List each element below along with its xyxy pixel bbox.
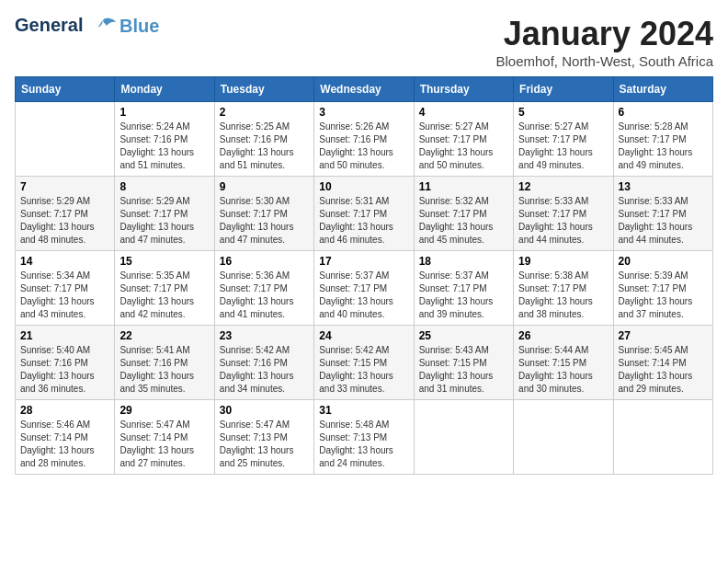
- calendar-header-sunday: Sunday: [16, 77, 115, 102]
- day-number: 2: [220, 106, 309, 119]
- calendar-cell: 8 Sunrise: 5:29 AM Sunset: 7:17 PM Dayli…: [115, 177, 214, 251]
- calendar-header-tuesday: Tuesday: [214, 77, 313, 102]
- day-detail: Sunrise: 5:37 AM Sunset: 7:17 PM Dayligh…: [319, 270, 408, 321]
- calendar-cell: [414, 400, 513, 475]
- day-detail: Sunrise: 5:35 AM Sunset: 7:17 PM Dayligh…: [119, 270, 209, 321]
- day-number: 1: [119, 106, 209, 119]
- day-number: 5: [518, 106, 608, 119]
- day-number: 26: [518, 329, 608, 342]
- calendar-week-row: 14 Sunrise: 5:34 AM Sunset: 7:17 PM Dayl…: [16, 251, 713, 326]
- calendar-cell: 20 Sunrise: 5:39 AM Sunset: 7:17 PM Dayl…: [613, 251, 712, 326]
- day-number: 28: [20, 404, 109, 417]
- day-number: 11: [419, 180, 508, 193]
- day-detail: Sunrise: 5:26 AM Sunset: 7:16 PM Dayligh…: [319, 121, 408, 172]
- calendar-week-row: 28 Sunrise: 5:46 AM Sunset: 7:14 PM Dayl…: [16, 400, 713, 475]
- day-number: 14: [20, 255, 109, 268]
- calendar-cell: 26 Sunrise: 5:44 AM Sunset: 7:15 PM Dayl…: [514, 326, 613, 400]
- title-area: January 2024 Bloemhof, North-West, South…: [496, 15, 714, 69]
- day-number: 7: [20, 180, 109, 193]
- calendar-header-monday: Monday: [115, 77, 214, 102]
- calendar-header-wednesday: Wednesday: [314, 77, 414, 102]
- calendar-cell: 19 Sunrise: 5:38 AM Sunset: 7:17 PM Dayl…: [514, 251, 613, 326]
- calendar-cell: 27 Sunrise: 5:45 AM Sunset: 7:14 PM Dayl…: [613, 326, 712, 400]
- day-number: 30: [220, 404, 309, 417]
- calendar-cell: 16 Sunrise: 5:36 AM Sunset: 7:17 PM Dayl…: [214, 251, 313, 326]
- day-number: 19: [518, 255, 608, 268]
- day-detail: Sunrise: 5:37 AM Sunset: 7:17 PM Dayligh…: [419, 270, 508, 321]
- day-detail: Sunrise: 5:34 AM Sunset: 7:17 PM Dayligh…: [20, 270, 109, 321]
- day-detail: Sunrise: 5:27 AM Sunset: 7:17 PM Dayligh…: [419, 121, 508, 172]
- day-number: 23: [220, 329, 309, 342]
- calendar-week-row: 7 Sunrise: 5:29 AM Sunset: 7:17 PM Dayli…: [16, 177, 713, 251]
- logo-bird-icon: [90, 17, 116, 37]
- calendar-cell: 21 Sunrise: 5:40 AM Sunset: 7:16 PM Dayl…: [16, 326, 115, 400]
- day-detail: Sunrise: 5:47 AM Sunset: 7:14 PM Dayligh…: [119, 419, 209, 470]
- day-detail: Sunrise: 5:25 AM Sunset: 7:16 PM Dayligh…: [220, 121, 309, 172]
- day-detail: Sunrise: 5:42 AM Sunset: 7:16 PM Dayligh…: [220, 344, 309, 396]
- calendar-cell: 18 Sunrise: 5:37 AM Sunset: 7:17 PM Dayl…: [414, 251, 513, 326]
- day-number: 13: [619, 180, 708, 193]
- calendar-cell: 14 Sunrise: 5:34 AM Sunset: 7:17 PM Dayl…: [16, 251, 115, 326]
- day-number: 27: [619, 329, 708, 342]
- day-detail: Sunrise: 5:43 AM Sunset: 7:15 PM Dayligh…: [419, 344, 508, 396]
- calendar-cell: 4 Sunrise: 5:27 AM Sunset: 7:17 PM Dayli…: [414, 102, 513, 177]
- location-subtitle: Bloemhof, North-West, South Africa: [496, 53, 714, 69]
- calendar-header-saturday: Saturday: [613, 77, 712, 102]
- day-detail: Sunrise: 5:33 AM Sunset: 7:17 PM Dayligh…: [619, 195, 708, 247]
- calendar-cell: 3 Sunrise: 5:26 AM Sunset: 7:16 PM Dayli…: [314, 102, 414, 177]
- logo-text: General: [15, 15, 118, 37]
- calendar-cell: 22 Sunrise: 5:41 AM Sunset: 7:16 PM Dayl…: [115, 326, 214, 400]
- calendar-cell: 6 Sunrise: 5:28 AM Sunset: 7:17 PM Dayli…: [613, 102, 712, 177]
- calendar-header-row: SundayMondayTuesdayWednesdayThursdayFrid…: [16, 77, 713, 102]
- calendar-cell: 17 Sunrise: 5:37 AM Sunset: 7:17 PM Dayl…: [314, 251, 414, 326]
- day-number: 31: [319, 404, 408, 417]
- calendar-cell: 9 Sunrise: 5:30 AM Sunset: 7:17 PM Dayli…: [214, 177, 313, 251]
- day-number: 10: [319, 180, 408, 193]
- calendar-cell: 25 Sunrise: 5:43 AM Sunset: 7:15 PM Dayl…: [414, 326, 513, 400]
- day-detail: Sunrise: 5:42 AM Sunset: 7:15 PM Dayligh…: [319, 344, 408, 396]
- day-detail: Sunrise: 5:32 AM Sunset: 7:17 PM Dayligh…: [419, 195, 508, 247]
- day-detail: Sunrise: 5:28 AM Sunset: 7:17 PM Dayligh…: [619, 121, 708, 172]
- calendar-cell: [514, 400, 613, 475]
- day-detail: Sunrise: 5:24 AM Sunset: 7:16 PM Dayligh…: [119, 121, 209, 172]
- month-title: January 2024: [496, 15, 714, 53]
- day-detail: Sunrise: 5:40 AM Sunset: 7:16 PM Dayligh…: [20, 344, 109, 396]
- day-detail: Sunrise: 5:44 AM Sunset: 7:15 PM Dayligh…: [518, 344, 608, 396]
- header: General Blue January 2024 Bloemhof, Nort…: [15, 15, 713, 69]
- calendar-week-row: 21 Sunrise: 5:40 AM Sunset: 7:16 PM Dayl…: [16, 326, 713, 400]
- calendar-week-row: 1 Sunrise: 5:24 AM Sunset: 7:16 PM Dayli…: [16, 102, 713, 177]
- day-detail: Sunrise: 5:29 AM Sunset: 7:17 PM Dayligh…: [20, 195, 109, 247]
- day-number: 22: [119, 329, 209, 342]
- day-detail: Sunrise: 5:38 AM Sunset: 7:17 PM Dayligh…: [518, 270, 608, 321]
- logo: General Blue: [15, 15, 159, 37]
- calendar-cell: 10 Sunrise: 5:31 AM Sunset: 7:17 PM Dayl…: [314, 177, 414, 251]
- day-number: 16: [220, 255, 309, 268]
- day-detail: Sunrise: 5:47 AM Sunset: 7:13 PM Dayligh…: [220, 419, 309, 470]
- day-detail: Sunrise: 5:41 AM Sunset: 7:16 PM Dayligh…: [119, 344, 209, 396]
- calendar-cell: 7 Sunrise: 5:29 AM Sunset: 7:17 PM Dayli…: [16, 177, 115, 251]
- day-detail: Sunrise: 5:45 AM Sunset: 7:14 PM Dayligh…: [619, 344, 708, 396]
- calendar-header-friday: Friday: [514, 77, 613, 102]
- calendar-cell: 1 Sunrise: 5:24 AM Sunset: 7:16 PM Dayli…: [115, 102, 214, 177]
- day-detail: Sunrise: 5:36 AM Sunset: 7:17 PM Dayligh…: [220, 270, 309, 321]
- calendar-cell: 15 Sunrise: 5:35 AM Sunset: 7:17 PM Dayl…: [115, 251, 214, 326]
- day-detail: Sunrise: 5:30 AM Sunset: 7:17 PM Dayligh…: [220, 195, 309, 247]
- day-number: 6: [619, 106, 708, 119]
- calendar-cell: [613, 400, 712, 475]
- calendar-cell: 30 Sunrise: 5:47 AM Sunset: 7:13 PM Dayl…: [214, 400, 313, 475]
- day-number: 18: [419, 255, 508, 268]
- day-detail: Sunrise: 5:31 AM Sunset: 7:17 PM Dayligh…: [319, 195, 408, 247]
- day-number: 24: [319, 329, 408, 342]
- day-detail: Sunrise: 5:29 AM Sunset: 7:17 PM Dayligh…: [119, 195, 209, 247]
- day-number: 21: [20, 329, 109, 342]
- day-detail: Sunrise: 5:33 AM Sunset: 7:17 PM Dayligh…: [518, 195, 608, 247]
- calendar-cell: 12 Sunrise: 5:33 AM Sunset: 7:17 PM Dayl…: [514, 177, 613, 251]
- day-number: 12: [518, 180, 608, 193]
- day-number: 15: [119, 255, 209, 268]
- calendar-cell: 23 Sunrise: 5:42 AM Sunset: 7:16 PM Dayl…: [214, 326, 313, 400]
- day-number: 25: [419, 329, 508, 342]
- calendar-cell: 24 Sunrise: 5:42 AM Sunset: 7:15 PM Dayl…: [314, 326, 414, 400]
- day-number: 20: [619, 255, 708, 268]
- calendar-cell: 31 Sunrise: 5:48 AM Sunset: 7:13 PM Dayl…: [314, 400, 414, 475]
- day-detail: Sunrise: 5:48 AM Sunset: 7:13 PM Dayligh…: [319, 419, 408, 470]
